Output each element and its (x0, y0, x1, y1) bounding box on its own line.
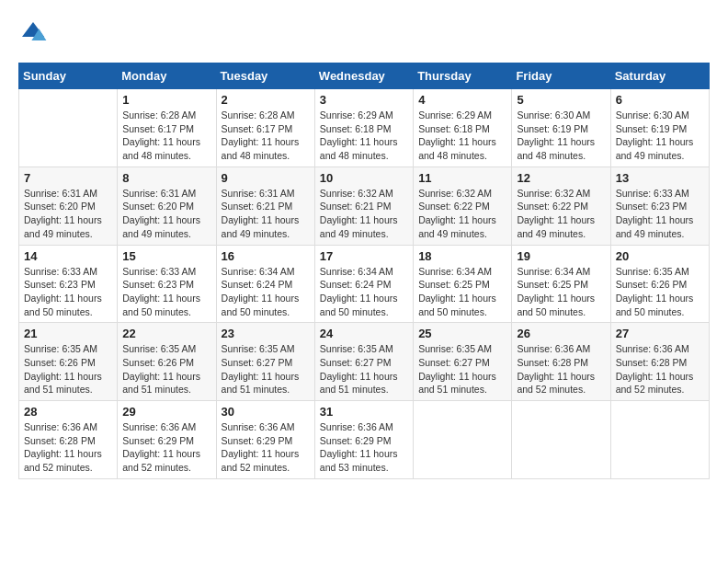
calendar-cell: 20Sunrise: 6:35 AMSunset: 6:26 PMDayligh… (610, 245, 709, 323)
col-header-thursday: Thursday (414, 63, 512, 89)
day-info: Sunrise: 6:36 AMSunset: 6:29 PMDaylight:… (122, 420, 210, 475)
calendar-cell: 11Sunrise: 6:32 AMSunset: 6:22 PMDayligh… (414, 167, 512, 245)
day-info: Sunrise: 6:34 AMSunset: 6:24 PMDaylight:… (320, 265, 408, 319)
calendar-cell: 16Sunrise: 6:34 AMSunset: 6:24 PMDayligh… (216, 245, 314, 323)
calendar-cell: 24Sunrise: 6:35 AMSunset: 6:27 PMDayligh… (314, 323, 413, 401)
calendar-cell: 9Sunrise: 6:31 AMSunset: 6:21 PMDaylight… (216, 167, 314, 245)
col-header-monday: Monday (118, 63, 216, 89)
day-number: 21 (24, 327, 112, 340)
calendar-cell: 30Sunrise: 6:36 AMSunset: 6:29 PMDayligh… (216, 401, 314, 479)
calendar-cell: 22Sunrise: 6:35 AMSunset: 6:26 PMDayligh… (118, 323, 216, 401)
day-info: Sunrise: 6:32 AMSunset: 6:21 PMDaylight:… (320, 187, 408, 241)
calendar-cell: 31Sunrise: 6:36 AMSunset: 6:29 PMDayligh… (314, 401, 413, 479)
day-info: Sunrise: 6:28 AMSunset: 6:17 PMDaylight:… (222, 109, 310, 163)
calendar-week-5: 28Sunrise: 6:36 AMSunset: 6:28 PMDayligh… (19, 401, 710, 479)
day-info: Sunrise: 6:36 AMSunset: 6:29 PMDaylight:… (222, 420, 310, 475)
day-number: 31 (320, 405, 408, 419)
calendar-header-row: SundayMondayTuesdayWednesdayThursdayFrid… (19, 63, 710, 89)
day-info: Sunrise: 6:32 AMSunset: 6:22 PMDaylight:… (418, 187, 506, 241)
day-number: 16 (222, 249, 310, 263)
day-info: Sunrise: 6:29 AMSunset: 6:18 PMDaylight:… (320, 109, 408, 163)
day-number: 24 (320, 327, 408, 340)
day-info: Sunrise: 6:33 AMSunset: 6:23 PMDaylight:… (122, 265, 210, 319)
calendar-cell: 1Sunrise: 6:28 AMSunset: 6:17 PMDaylight… (118, 89, 216, 167)
day-number: 17 (320, 249, 408, 263)
day-number: 27 (616, 327, 704, 340)
day-info: Sunrise: 6:34 AMSunset: 6:25 PMDaylight:… (517, 265, 605, 319)
day-number: 7 (24, 171, 112, 185)
day-number: 2 (222, 93, 310, 107)
day-info: Sunrise: 6:28 AMSunset: 6:17 PMDaylight:… (122, 109, 210, 163)
day-info: Sunrise: 6:32 AMSunset: 6:22 PMDaylight:… (517, 187, 605, 241)
calendar-cell: 19Sunrise: 6:34 AMSunset: 6:25 PMDayligh… (512, 245, 610, 323)
day-info: Sunrise: 6:35 AMSunset: 6:26 PMDaylight:… (616, 265, 704, 319)
calendar-cell: 26Sunrise: 6:36 AMSunset: 6:28 PMDayligh… (512, 323, 610, 401)
calendar-cell: 14Sunrise: 6:33 AMSunset: 6:23 PMDayligh… (19, 245, 118, 323)
calendar-week-4: 21Sunrise: 6:35 AMSunset: 6:26 PMDayligh… (19, 323, 710, 401)
day-info: Sunrise: 6:36 AMSunset: 6:28 PMDaylight:… (517, 342, 605, 396)
day-number: 8 (122, 171, 210, 185)
day-info: Sunrise: 6:36 AMSunset: 6:28 PMDaylight:… (24, 420, 112, 475)
calendar-cell: 28Sunrise: 6:36 AMSunset: 6:28 PMDayligh… (19, 401, 118, 479)
calendar-cell: 15Sunrise: 6:33 AMSunset: 6:23 PMDayligh… (118, 245, 216, 323)
day-number: 12 (517, 171, 605, 185)
calendar-cell: 6Sunrise: 6:30 AMSunset: 6:19 PMDaylight… (610, 89, 709, 167)
calendar-week-1: 1Sunrise: 6:28 AMSunset: 6:17 PMDaylight… (19, 89, 710, 167)
day-number: 20 (616, 249, 704, 263)
calendar-table: SundayMondayTuesdayWednesdayThursdayFrid… (18, 63, 710, 479)
calendar-cell: 17Sunrise: 6:34 AMSunset: 6:24 PMDayligh… (314, 245, 413, 323)
logo-icon (18, 18, 48, 48)
calendar-cell: 4Sunrise: 6:29 AMSunset: 6:18 PMDaylight… (414, 89, 512, 167)
day-info: Sunrise: 6:35 AMSunset: 6:27 PMDaylight:… (222, 342, 310, 396)
day-number: 5 (517, 93, 605, 107)
calendar-cell: 3Sunrise: 6:29 AMSunset: 6:18 PMDaylight… (314, 89, 413, 167)
calendar-cell: 13Sunrise: 6:33 AMSunset: 6:23 PMDayligh… (610, 167, 709, 245)
day-number: 11 (418, 171, 506, 185)
day-number: 19 (517, 249, 605, 263)
day-number: 14 (24, 249, 112, 263)
day-number: 29 (122, 405, 210, 419)
day-info: Sunrise: 6:31 AMSunset: 6:20 PMDaylight:… (24, 187, 112, 241)
day-info: Sunrise: 6:31 AMSunset: 6:21 PMDaylight:… (222, 187, 310, 241)
col-header-wednesday: Wednesday (314, 63, 413, 89)
col-header-tuesday: Tuesday (216, 63, 314, 89)
col-header-saturday: Saturday (610, 63, 709, 89)
calendar-cell: 10Sunrise: 6:32 AMSunset: 6:21 PMDayligh… (314, 167, 413, 245)
calendar-cell: 25Sunrise: 6:35 AMSunset: 6:27 PMDayligh… (414, 323, 512, 401)
day-info: Sunrise: 6:33 AMSunset: 6:23 PMDaylight:… (24, 265, 112, 319)
day-info: Sunrise: 6:29 AMSunset: 6:18 PMDaylight:… (418, 109, 506, 163)
calendar-cell: 23Sunrise: 6:35 AMSunset: 6:27 PMDayligh… (216, 323, 314, 401)
day-info: Sunrise: 6:36 AMSunset: 6:28 PMDaylight:… (616, 342, 704, 396)
logo (18, 18, 51, 48)
calendar-cell (19, 89, 118, 167)
day-number: 23 (222, 327, 310, 340)
calendar-cell: 7Sunrise: 6:31 AMSunset: 6:20 PMDaylight… (19, 167, 118, 245)
day-number: 15 (122, 249, 210, 263)
calendar-cell: 2Sunrise: 6:28 AMSunset: 6:17 PMDaylight… (216, 89, 314, 167)
day-info: Sunrise: 6:31 AMSunset: 6:20 PMDaylight:… (122, 187, 210, 241)
day-info: Sunrise: 6:36 AMSunset: 6:29 PMDaylight:… (320, 420, 408, 475)
day-number: 6 (616, 93, 704, 107)
day-number: 26 (517, 327, 605, 340)
calendar-week-3: 14Sunrise: 6:33 AMSunset: 6:23 PMDayligh… (19, 245, 710, 323)
page-header (18, 18, 710, 48)
day-number: 9 (222, 171, 310, 185)
day-info: Sunrise: 6:35 AMSunset: 6:26 PMDaylight:… (24, 342, 112, 396)
calendar-cell: 12Sunrise: 6:32 AMSunset: 6:22 PMDayligh… (512, 167, 610, 245)
calendar-cell: 27Sunrise: 6:36 AMSunset: 6:28 PMDayligh… (610, 323, 709, 401)
calendar-cell (512, 401, 610, 479)
day-number: 30 (222, 405, 310, 419)
day-info: Sunrise: 6:35 AMSunset: 6:27 PMDaylight:… (418, 342, 506, 396)
day-number: 4 (418, 93, 506, 107)
calendar-cell: 21Sunrise: 6:35 AMSunset: 6:26 PMDayligh… (19, 323, 118, 401)
day-info: Sunrise: 6:35 AMSunset: 6:26 PMDaylight:… (122, 342, 210, 396)
day-number: 18 (418, 249, 506, 263)
day-number: 1 (122, 93, 210, 107)
day-number: 3 (320, 93, 408, 107)
col-header-friday: Friday (512, 63, 610, 89)
day-info: Sunrise: 6:30 AMSunset: 6:19 PMDaylight:… (616, 109, 704, 163)
calendar-cell (414, 401, 512, 479)
day-info: Sunrise: 6:35 AMSunset: 6:27 PMDaylight:… (320, 342, 408, 396)
calendar-cell: 18Sunrise: 6:34 AMSunset: 6:25 PMDayligh… (414, 245, 512, 323)
day-number: 28 (24, 405, 112, 419)
